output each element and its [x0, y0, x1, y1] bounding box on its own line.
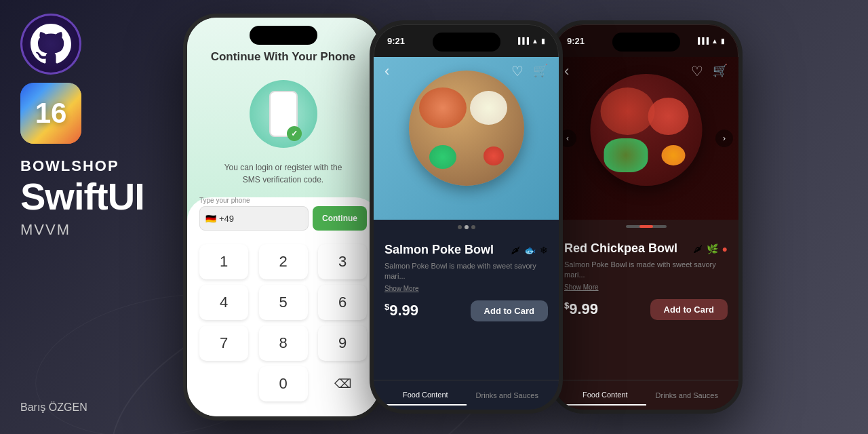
chickpea-screen: ‹ ♡ 🛒 ‹ ›: [553, 57, 738, 410]
heart-icon[interactable]: ♡: [511, 63, 524, 79]
chickpea-info: Red Chickpea Bowl 🌶 🌿 ● Salmon Poke Bowl…: [553, 233, 738, 380]
chickpea-heart-icon[interactable]: ♡: [691, 63, 703, 79]
github-svg: [31, 24, 71, 64]
chickpea-price-row: $9.99 Add to Card: [564, 299, 728, 320]
food-screen: ‹ ♡ 🛒: [374, 57, 559, 410]
chickpea-header: ‹ ♡ 🛒: [553, 57, 738, 85]
fire-icon: 🌶: [511, 245, 520, 256]
leaf-icon: 🐟: [524, 245, 536, 256]
key-delete[interactable]: ⌫: [318, 366, 367, 401]
chickpea-name-row: Red Chickpea Bowl 🌶 🌿 ●: [564, 241, 728, 256]
key-9[interactable]: 9: [318, 326, 367, 361]
price-display: $9.99: [384, 302, 418, 319]
chickpea-food-icons: 🌶 🌿 ●: [693, 243, 728, 254]
phone1-dynamic-island: [250, 26, 317, 45]
ios-version-label: 16: [35, 97, 67, 130]
phone-input-container: Type your phone 🇩🇪 +49 Continue: [199, 197, 367, 231]
chickpea-back-button[interactable]: ‹: [564, 62, 569, 80]
chickpea-tab-food[interactable]: Food Content: [564, 385, 646, 406]
phone1-frame: 9:15 ▐▐▐ 📶 🔋 Continue With Your Phone ✓: [183, 14, 383, 420]
chickpea-cart-icon[interactable]: 🛒: [713, 63, 728, 79]
veggie2: [484, 146, 504, 165]
phone2-dynamic-island: [433, 33, 500, 52]
key-6[interactable]: 6: [318, 285, 367, 320]
ios16-icon[interactable]: 16: [20, 83, 81, 144]
key-empty: [199, 366, 248, 401]
main-title: SwiftUI: [20, 178, 170, 216]
dot-2: [465, 225, 469, 229]
chickpea-price-display: $9.99: [564, 300, 598, 318]
food-name: Salmon Poke Bowl: [384, 243, 494, 257]
food-info: Salmon Poke Bowl 🌶 🐟 ❄ Salmon Poke Bowl …: [374, 235, 559, 380]
key-4[interactable]: 4: [199, 285, 248, 320]
chickpea-tab-drinks[interactable]: Drinks and Sauces: [646, 386, 728, 405]
salmon-piece: [419, 87, 467, 128]
mvvm-label: MVVM: [20, 221, 170, 239]
phone3: 9:21 ▐▐▐ ▲ ▮ ‹ ♡ 🛒: [549, 20, 743, 414]
left-panel: 16 BOWLSHOP SwiftUI MVVM: [20, 14, 170, 266]
input-label: Type your phone: [199, 197, 367, 204]
input-row: 🇩🇪 +49 Continue: [199, 206, 367, 231]
phone1: 9:15 ▐▐▐ 📶 🔋 Continue With Your Phone ✓: [183, 14, 383, 420]
back-button[interactable]: ‹: [384, 62, 389, 80]
key-0[interactable]: 0: [259, 366, 308, 401]
key-3[interactable]: 3: [318, 244, 367, 279]
snowflake-icon: ❄: [540, 245, 548, 256]
phones-container: 9:15 ▐▐▐ 📶 🔋 Continue With Your Phone ✓: [183, 0, 868, 434]
chickpea-add-button[interactable]: Add to Card: [650, 299, 728, 320]
chickpea-tabs: Food Content Drinks and Sauces: [553, 380, 738, 410]
github-icon[interactable]: [20, 14, 81, 75]
chickpea-fire-icon: 🌶: [693, 243, 703, 254]
phone-input-field[interactable]: 🇩🇪 +49: [199, 206, 309, 231]
price-value: 9.99: [389, 302, 418, 319]
author-name: Barış ÖZGEN: [20, 401, 87, 414]
nav-arrows: ‹ ›: [553, 130, 738, 147]
header-actions: ♡ 🛒: [511, 63, 548, 79]
login-subtitle: You can login or register with the SMS v…: [216, 161, 351, 186]
keypad-row-1: 1 2 3: [199, 244, 367, 279]
keypad: 1 2 3 4 5 6 7 8 9: [199, 244, 367, 407]
phone-prefix: +49: [219, 214, 234, 224]
app-title: BOWLSHOP: [20, 157, 170, 175]
chickpea-header-actions: ♡ 🛒: [691, 63, 728, 79]
continue-button[interactable]: Continue: [313, 206, 367, 231]
progress-bar: [626, 225, 667, 228]
add-to-card-button[interactable]: Add to Card: [471, 300, 548, 321]
tab-food-content[interactable]: Food Content: [384, 385, 467, 406]
key-7[interactable]: 7: [199, 326, 248, 361]
price-row: $9.99 Add to Card: [384, 300, 548, 321]
tab-drinks-sauces[interactable]: Drinks and Sauces: [467, 386, 549, 405]
chickpea-show-more[interactable]: Show More: [564, 283, 728, 291]
phone3-wifi-icon: ▲: [711, 37, 718, 45]
phone-illustration: ✓: [250, 80, 317, 148]
chickpea-piece1: [600, 87, 654, 135]
dots-indicator: [374, 220, 559, 235]
phone2-signal-icon: ▐▐▐: [516, 37, 529, 44]
next-arrow[interactable]: ›: [715, 130, 733, 147]
check-badge: ✓: [287, 126, 302, 141]
chickpea-dot-icon: ●: [722, 243, 728, 254]
key-8[interactable]: 8: [259, 326, 308, 361]
key-5[interactable]: 5: [259, 285, 308, 320]
show-more[interactable]: Show More: [384, 285, 548, 292]
chickpea-accent: [661, 145, 685, 165]
food-header: ‹ ♡ 🛒: [374, 57, 559, 85]
rice-area: [470, 91, 507, 125]
food-name-row: Salmon Poke Bowl 🌶 🐟 ❄: [384, 243, 548, 257]
key-2[interactable]: 2: [259, 244, 308, 279]
flag-icon: 🇩🇪: [205, 214, 216, 224]
cart-icon[interactable]: 🛒: [533, 63, 548, 79]
phone2-status-icons: ▐▐▐ ▲ ▮: [516, 37, 545, 45]
phone3-time: 9:21: [567, 36, 585, 46]
phone3-frame: 9:21 ▐▐▐ ▲ ▮ ‹ ♡ 🛒: [549, 20, 743, 414]
key-1[interactable]: 1: [199, 244, 248, 279]
phone2-time: 9:21: [387, 36, 405, 46]
salmon-bowl: [409, 71, 524, 186]
food-tabs: Food Content Drinks and Sauces: [374, 380, 559, 410]
veggie1: [429, 145, 456, 169]
keypad-row-3: 7 8 9: [199, 326, 367, 361]
keypad-row-2: 4 5 6: [199, 285, 367, 320]
chickpea-leaf-icon: 🌿: [707, 243, 718, 254]
login-title: Continue With Your Phone: [211, 50, 356, 64]
phone2-frame: 9:21 ▐▐▐ ▲ ▮ ‹ ♡ 🛒: [370, 20, 563, 414]
